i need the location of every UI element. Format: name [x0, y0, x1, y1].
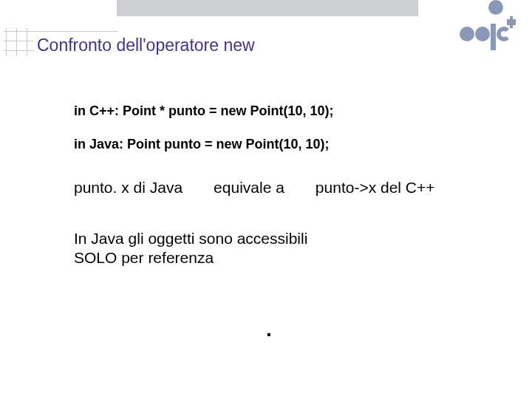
logo-oopc [460, 15, 511, 44]
equivalence-mid: equivale a [214, 179, 284, 197]
logo-letter-c-icon [497, 27, 511, 41]
cpp-code-line: in C++: Point * punto = new Point(10, 10… [74, 103, 488, 119]
slide-title: Confronto dell'operatore new [34, 35, 258, 55]
slide-body: in C++: Point * punto = new Point(10, 10… [74, 103, 488, 268]
explanation-paragraph: In Java gli oggetti sono accessibili SOL… [74, 229, 488, 268]
footer-dot: . [266, 318, 272, 341]
para-line-1: In Java gli oggetti sono accessibili [74, 230, 307, 247]
equivalence-right: punto->x del C++ [316, 179, 435, 197]
top-decor-bar [117, 0, 418, 16]
equivalence-left: punto. x di Java [74, 179, 183, 197]
logo-plus-icon [507, 19, 516, 25]
java-code-line: in Java: Point punto = new Point(10, 10)… [74, 137, 488, 152]
logo-letter-o2-icon [475, 27, 490, 41]
para-line-2: SOLO per referenza [74, 249, 214, 266]
equivalence-row: punto. x di Java equivale a punto->x del… [74, 179, 488, 197]
logo-letter-o1-icon [460, 27, 474, 41]
logo-letter-p-icon [491, 15, 496, 44]
